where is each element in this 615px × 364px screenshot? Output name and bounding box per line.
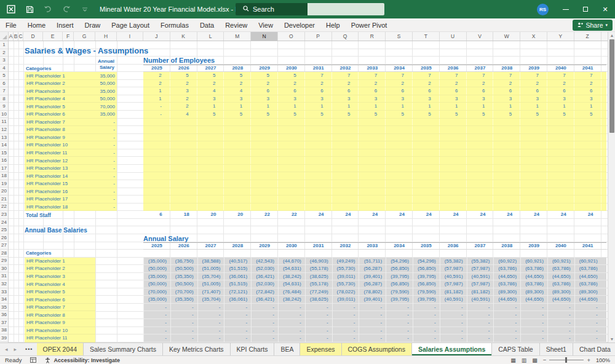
annual-salary-cell[interactable]: - [251,334,278,342]
salary-value-cell[interactable]: 35,000 [85,73,117,79]
employee-count-cell[interactable] [386,134,413,141]
employee-count-cell[interactable] [413,134,440,141]
salary-value-cell[interactable]: 50,000 [85,81,117,86]
vertical-scrollbar-thumb[interactable] [609,39,614,133]
employee-count-cell[interactable]: 2 [413,80,440,87]
employee-count-cell[interactable] [413,165,440,172]
categories-header[interactable]: Categories [26,66,51,71]
sheet-tab-cogs-assumptions[interactable]: COGS Assumptions [342,343,412,355]
row-header-10[interactable]: 10 [0,111,8,119]
annual-salary-cell[interactable]: (55,730) [332,280,359,288]
row-header-29[interactable]: 29 [0,257,8,265]
category-cell[interactable]: HR Placeholder 11 [25,150,85,156]
row-header-6[interactable]: 6 [0,80,8,88]
column-header-S[interactable]: S [386,32,413,41]
annual-salary-cell[interactable]: - [332,334,359,342]
employee-count-cell[interactable]: 2 [251,80,278,87]
total-staff-cell[interactable]: 24 [332,211,359,219]
total-staff-cell[interactable]: 24 [493,211,520,219]
column-header-N[interactable]: N [251,32,278,41]
employee-count-cell[interactable] [386,165,413,172]
row-header-16[interactable]: 16 [0,157,8,165]
year-header-cell[interactable]: 2039 [520,65,547,72]
row-header-25[interactable]: 25 [0,226,8,234]
annual-salary-cell[interactable]: (35,000) [143,296,170,304]
salary-value-cell[interactable]: - [85,165,117,171]
employee-count-cell[interactable] [224,180,251,188]
annual-salary-cell[interactable]: - [386,319,413,327]
employee-count-cell[interactable]: 2 [170,103,197,110]
total-staff-label[interactable]: Total Staff [26,212,51,218]
employee-count-cell[interactable] [197,157,224,164]
row-header-26[interactable]: 26 [0,234,8,242]
menu-tab-formulas[interactable]: Formulas [155,18,194,32]
employee-count-cell[interactable]: 6 [547,87,574,95]
employee-count-cell[interactable] [359,134,386,141]
employee-count-cell[interactable] [143,157,170,164]
employee-count-cell[interactable] [332,126,359,133]
annual-salary-cell[interactable]: - [305,319,332,327]
employee-count-cell[interactable] [143,204,170,211]
search-box[interactable]: Search [236,3,384,15]
employee-count-cell[interactable]: 5 [493,111,520,118]
employee-count-cell[interactable] [251,188,278,196]
annual-salary-cell[interactable]: - [197,334,224,342]
year-header-cell[interactable]: 2038 [493,242,520,250]
row-header-36[interactable]: 36 [0,311,8,319]
annual-salary-cell[interactable]: (39,795) [413,273,440,281]
employee-count-cell[interactable]: 1 [224,103,251,110]
category-cell[interactable]: HR Placeholder 4 [25,96,85,101]
year-header-cell[interactable]: 2027 [197,242,224,250]
normal-view-icon[interactable]: ▦ [510,357,516,363]
employee-count-cell[interactable] [413,157,440,164]
employee-count-cell[interactable] [332,180,359,188]
annual-salary-cell[interactable]: (60,921) [547,258,574,266]
annual-salary-cell[interactable]: - [332,319,359,327]
employee-count-cell[interactable] [574,157,601,164]
annual-salary-cell[interactable]: (81,182) [440,288,467,296]
annual-salary-cell[interactable]: - [547,334,574,342]
annual-salary-cell[interactable]: (44,650) [547,296,574,304]
close-button[interactable]: ✕ [595,0,615,18]
column-header-H[interactable]: H [95,32,117,41]
employee-count-cell[interactable] [278,196,305,203]
employee-count-cell[interactable]: 1 [305,103,332,110]
employee-count-cell[interactable] [143,180,170,188]
employee-count-cell[interactable] [278,141,305,149]
annual-salary-cell[interactable]: - [143,304,170,312]
employee-count-cell[interactable]: 5 [251,111,278,118]
annual-salary-cell[interactable]: (57,987) [467,280,494,288]
employee-count-cell[interactable]: 2 [520,80,547,87]
employee-count-cell[interactable] [251,141,278,149]
annual-salary-cell[interactable]: - [467,311,494,319]
employee-count-cell[interactable]: 1 [143,95,170,103]
year-header-cell[interactable]: 2033 [359,242,386,250]
employee-count-cell[interactable] [143,119,170,126]
employee-count-cell[interactable] [170,172,197,180]
employee-count-cell[interactable] [224,165,251,172]
sheet-tab-expenses[interactable]: Expenses [300,343,341,355]
annual-salary-cell[interactable]: - [224,334,251,342]
zoom-slider-thumb[interactable] [565,357,567,363]
employee-count-cell[interactable]: 5 [278,111,305,118]
employee-count-cell[interactable] [359,196,386,203]
annual-salary-cell[interactable]: - [305,304,332,312]
annual-salary-cell[interactable]: - [332,304,359,312]
annual-salary-cell[interactable]: - [440,311,467,319]
employee-count-cell[interactable] [224,172,251,180]
annual-salary-cell[interactable]: - [574,327,601,335]
employee-count-cell[interactable]: 5 [278,72,305,79]
year-header-cell[interactable]: 2031 [305,242,332,250]
annual-salary-cell[interactable]: (39,795) [386,273,413,281]
total-staff-cell[interactable]: 24 [520,211,547,219]
annual-salary-cell[interactable]: (38,588) [197,258,224,266]
annual-salary-cell[interactable]: (76,484) [278,288,305,296]
year-header-cell[interactable]: 2025 [143,65,170,72]
employee-count-cell[interactable] [197,172,224,180]
column-header-W[interactable]: W [493,32,520,41]
year-header-cell[interactable]: 2041 [574,65,601,72]
employee-count-cell[interactable] [305,165,332,172]
annual-salary-cell[interactable]: (55,382) [467,258,494,266]
employee-count-cell[interactable] [278,126,305,133]
employee-count-cell[interactable]: 1 [493,103,520,110]
